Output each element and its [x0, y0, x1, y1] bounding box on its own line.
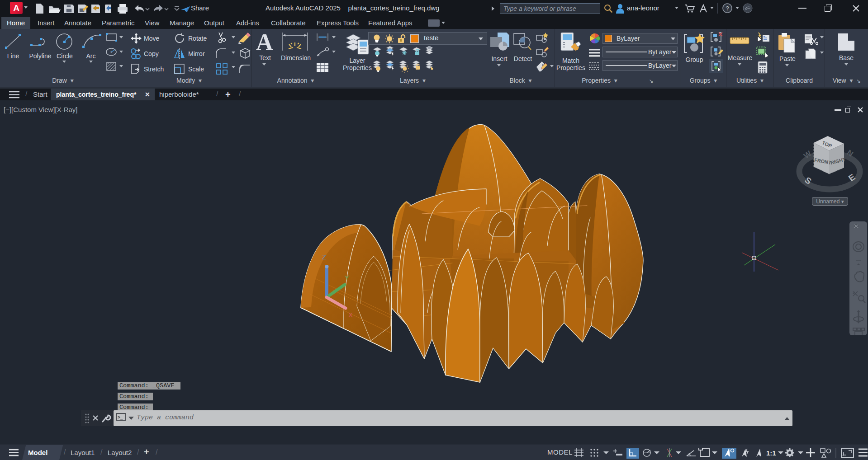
- svg-text:1:1: 1:1: [766, 449, 776, 457]
- svg-text:Z: Z: [322, 253, 326, 261]
- svg-text:X: X: [348, 311, 353, 319]
- svg-text:?: ?: [726, 5, 729, 12]
- svg-text:Y: Y: [345, 274, 349, 282]
